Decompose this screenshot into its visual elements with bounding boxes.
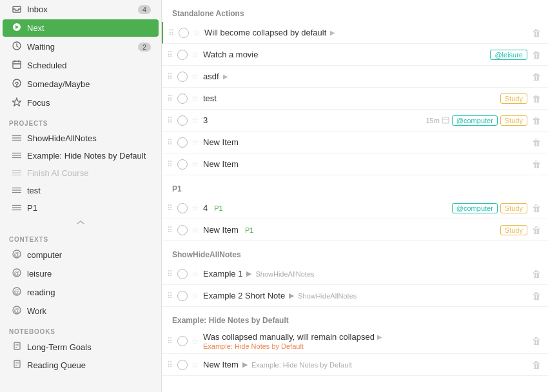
task-checkbox-5[interactable] — [177, 115, 188, 126]
sidebar-item-computer[interactable]: @ computer — [3, 246, 159, 264]
delete-btn-7[interactable]: 🗑 — [530, 159, 543, 170]
task-star-3[interactable]: ☆ — [190, 72, 201, 81]
delete-btn-9[interactable]: 🗑 — [530, 225, 543, 235]
task-row-1[interactable]: ⠿ ☆ Will become collapsed by default ▶ 🗑 — [162, 22, 548, 44]
project-label-4: test — [27, 186, 151, 195]
sidebar-item-test-project[interactable]: test — [3, 182, 159, 199]
task-tags-4: Study — [500, 93, 527, 104]
context-icon-work: @ — [12, 306, 22, 317]
notebook-label-2: Reading Queue — [27, 360, 151, 370]
task-star-2[interactable]: ☆ — [190, 50, 201, 59]
task-row-4[interactable]: ⠿ ☆ test Study 🗑 — [162, 88, 548, 110]
delete-btn-12[interactable]: 🗑 — [530, 336, 543, 346]
task-star-12[interactable]: ☆ — [190, 337, 201, 346]
drag-handle-7[interactable]: ⠿ — [164, 160, 175, 169]
sidebar-item-example-hide[interactable]: Example: Hide Notes by Default — [3, 148, 159, 164]
task-row-5[interactable]: ⠿ ☆ 3 15m @computer Study 🗑 — [162, 110, 548, 132]
task-checkbox-4[interactable] — [177, 93, 188, 104]
task-title-13: New Item ▶ Example: Hide Notes by Defaul… — [203, 360, 527, 369]
delete-btn-2[interactable]: 🗑 — [530, 50, 543, 60]
sidebar-item-showhideallnotes[interactable]: ShowHideAllNotes — [3, 130, 159, 146]
drag-handle-12[interactable]: ⠿ — [164, 337, 175, 346]
task-star-13[interactable]: ☆ — [190, 360, 201, 369]
project-label-1: ShowHideAllNotes — [27, 133, 151, 143]
drag-handle-8[interactable]: ⠿ — [164, 204, 175, 213]
task-checkbox-11[interactable] — [177, 291, 188, 301]
task-checkbox-1[interactable] — [179, 28, 189, 38]
svg-point-6 — [16, 86, 17, 87]
delete-btn-11[interactable]: 🗑 — [530, 291, 543, 301]
task-star-7[interactable]: ☆ — [190, 159, 201, 169]
task-row-6[interactable]: ⠿ ☆ New Item 🗑 — [162, 132, 548, 153]
task-row-9[interactable]: ⠿ ☆ New Item P1 Study 🗑 — [162, 219, 548, 241]
task-star-11[interactable]: ☆ — [190, 291, 201, 300]
task-star-9[interactable]: ☆ — [190, 225, 201, 235]
task-checkbox-6[interactable] — [177, 137, 188, 148]
task-star-5[interactable]: ☆ — [190, 115, 201, 125]
task-row-2[interactable]: ⠿ ☆ Watch a movie @leisure 🗑 — [162, 44, 548, 66]
drag-handle-9[interactable]: ⠿ — [164, 226, 175, 235]
drag-handle-2[interactable]: ⠿ — [164, 50, 175, 59]
sidebar-item-reading[interactable]: @ reading — [3, 284, 159, 301]
sidebar-item-leisure[interactable]: @ leisure — [3, 265, 159, 282]
task-star-1[interactable]: ☆ — [191, 28, 202, 37]
drag-handle-3[interactable]: ⠿ — [164, 72, 175, 81]
task-tags-2: @leisure — [490, 50, 527, 60]
task-checkbox-13[interactable] — [177, 360, 188, 370]
sidebar-item-work[interactable]: @ Work — [3, 302, 159, 320]
sidebar-item-next[interactable]: Next — [3, 19, 159, 37]
group-hide-notes: Example: Hide Notes by Default — [162, 307, 548, 329]
task-checkbox-8[interactable] — [177, 203, 188, 213]
sidebar-item-inbox[interactable]: Inbox 4 — [3, 1, 159, 18]
task-row-3[interactable]: ⠿ ☆ asdf ▶ 🗑 — [162, 66, 548, 88]
task-checkbox-9[interactable] — [177, 225, 188, 235]
waiting-icon — [12, 41, 22, 52]
sidebar-item-waiting[interactable]: Waiting 2 — [3, 38, 159, 55]
drag-handle-6[interactable]: ⠿ — [164, 138, 175, 147]
task-checkbox-7[interactable] — [177, 159, 188, 170]
drag-handle-5[interactable]: ⠿ — [164, 116, 175, 125]
projects-collapse-btn[interactable] — [0, 217, 161, 228]
delete-btn-1[interactable]: 🗑 — [530, 28, 543, 38]
task-title-4: test — [203, 93, 498, 103]
sidebar-item-focus[interactable]: Focus — [3, 94, 159, 112]
delete-btn-10[interactable]: 🗑 — [530, 269, 543, 279]
notebook-icon-2 — [12, 360, 22, 370]
delete-btn-8[interactable]: 🗑 — [530, 203, 543, 213]
task-row-12[interactable]: ⠿ ☆ Was collapsed manually, will remain … — [162, 329, 548, 354]
delete-btn-6[interactable]: 🗑 — [530, 137, 543, 148]
sidebar-item-reading-queue[interactable]: Reading Queue — [3, 357, 159, 373]
sidebar-item-someday[interactable]: Someday/Maybe — [3, 75, 159, 93]
task-star-8[interactable]: ☆ — [190, 203, 201, 213]
task-checkbox-10[interactable] — [177, 269, 188, 279]
drag-handle-10[interactable]: ⠿ — [164, 270, 175, 279]
drag-handle-1[interactable]: ⠿ — [166, 28, 176, 37]
task-row-7[interactable]: ⠿ ☆ New Item 🗑 — [162, 153, 548, 175]
delete-btn-5[interactable]: 🗑 — [530, 115, 543, 126]
drag-handle-13[interactable]: ⠿ — [164, 360, 175, 369]
task-time-5: 15m — [426, 116, 449, 125]
tag-study-4: Study — [500, 93, 527, 104]
task-star-10[interactable]: ☆ — [190, 269, 201, 279]
sidebar-item-p1[interactable]: P1 — [3, 200, 159, 216]
sidebar-item-scheduled[interactable]: Scheduled — [3, 57, 159, 74]
sidebar-item-longterm-goals[interactable]: Long-Term Goals — [3, 338, 159, 355]
task-row-10[interactable]: ⠿ ☆ Example 1 ▶ ShowHideAllNotes 🗑 — [162, 263, 548, 285]
delete-btn-13[interactable]: 🗑 — [530, 360, 543, 370]
task-star-4[interactable]: ☆ — [190, 93, 201, 103]
drag-handle-11[interactable]: ⠿ — [164, 291, 175, 300]
project-icon-5 — [12, 203, 22, 213]
task-checkbox-12[interactable] — [177, 336, 188, 346]
task-row-11[interactable]: ⠿ ☆ Example 2 Short Note ▶ ShowHideAllNo… — [162, 285, 548, 307]
task-row-8[interactable]: ⠿ ☆ 4 P1 @computer Study 🗑 — [162, 197, 548, 219]
sidebar-item-finish-ai[interactable]: Finish AI Course — [3, 165, 159, 181]
task-checkbox-2[interactable] — [177, 50, 188, 60]
drag-handle-4[interactable]: ⠿ — [164, 94, 175, 103]
task-checkbox-3[interactable] — [177, 72, 188, 82]
delete-btn-4[interactable]: 🗑 — [530, 93, 543, 104]
someday-label: Someday/Maybe — [27, 79, 151, 89]
task-row-13[interactable]: ⠿ ☆ New Item ▶ Example: Hide Notes by De… — [162, 354, 548, 376]
task-star-6[interactable]: ☆ — [190, 137, 201, 147]
note-ref-10: ShowHideAllNotes — [255, 270, 314, 278]
delete-btn-3[interactable]: 🗑 — [530, 72, 543, 82]
